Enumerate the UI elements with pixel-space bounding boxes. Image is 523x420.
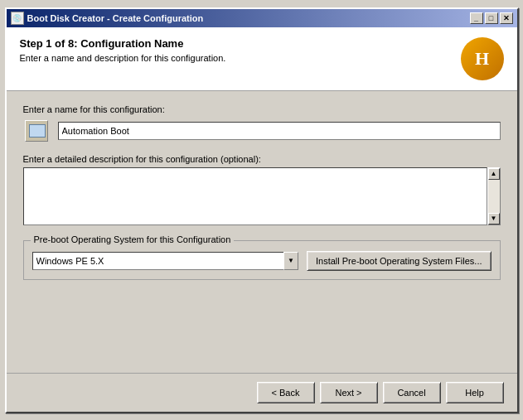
config-name-input[interactable]	[58, 122, 501, 140]
title-bar-controls: _ □ ✕	[470, 12, 513, 24]
window-icon: 💿	[11, 12, 24, 25]
step-instruction: Enter a name and description for this co…	[20, 53, 461, 63]
spacer	[23, 290, 501, 360]
maximize-button[interactable]: □	[485, 12, 498, 24]
os-select-wrap: Windows PE 5.X ▼	[32, 252, 298, 270]
minimize-button[interactable]: _	[470, 12, 483, 24]
description-label: Enter a detailed description for this co…	[23, 154, 501, 164]
cancel-button[interactable]: Cancel	[383, 382, 441, 403]
back-button[interactable]: < Back	[257, 382, 315, 403]
description-scrollbar[interactable]: ▲ ▼	[487, 167, 501, 225]
description-field-group: Enter a detailed description for this co…	[23, 154, 501, 225]
window-title: Boot Disk Creator - Create Configuration	[27, 13, 204, 23]
preboot-legend: Pre-boot Operating System for this Confi…	[31, 234, 235, 244]
config-icon	[23, 118, 50, 144]
footer: < Back Next > Cancel Help	[7, 373, 517, 412]
description-input[interactable]	[23, 167, 487, 225]
install-preboot-button[interactable]: Install Pre-boot Operating System Files.…	[307, 251, 492, 271]
config-name-row	[23, 118, 501, 144]
scroll-up-button[interactable]: ▲	[488, 168, 500, 180]
name-label: Enter a name for this configuration:	[23, 104, 501, 114]
os-select[interactable]: Windows PE 5.X	[32, 252, 298, 270]
name-field-group: Enter a name for this configuration:	[23, 104, 501, 144]
title-bar: 💿 Boot Disk Creator - Create Configurati…	[7, 9, 517, 27]
header-section: Step 1 of 8: Configuration Name Enter a …	[7, 27, 517, 91]
close-button[interactable]: ✕	[500, 12, 513, 24]
preboot-content: Windows PE 5.X ▼ Install Pre-boot Operat…	[32, 251, 492, 271]
description-wrap: ▲ ▼	[23, 167, 501, 225]
scroll-down-button[interactable]: ▼	[488, 213, 500, 224]
window-content: Step 1 of 8: Configuration Name Enter a …	[7, 27, 517, 412]
preboot-groupbox: Pre-boot Operating System for this Confi…	[23, 240, 501, 280]
scroll-track	[488, 180, 500, 213]
next-button[interactable]: Next >	[320, 382, 378, 403]
main-window: 💿 Boot Disk Creator - Create Configurati…	[5, 7, 519, 413]
form-section: Enter a name for this configuration: Ent…	[7, 91, 517, 373]
logo-circle: H	[461, 37, 504, 80]
title-bar-left: 💿 Boot Disk Creator - Create Configurati…	[11, 12, 204, 25]
help-button[interactable]: Help	[446, 382, 504, 403]
logo-letter: H	[475, 48, 489, 70]
config-icon-inner	[25, 120, 48, 142]
logo: H	[461, 37, 504, 80]
header-text: Step 1 of 8: Configuration Name Enter a …	[20, 37, 461, 63]
main-area: Step 1 of 8: Configuration Name Enter a …	[7, 27, 517, 412]
step-title: Step 1 of 8: Configuration Name	[20, 37, 461, 50]
